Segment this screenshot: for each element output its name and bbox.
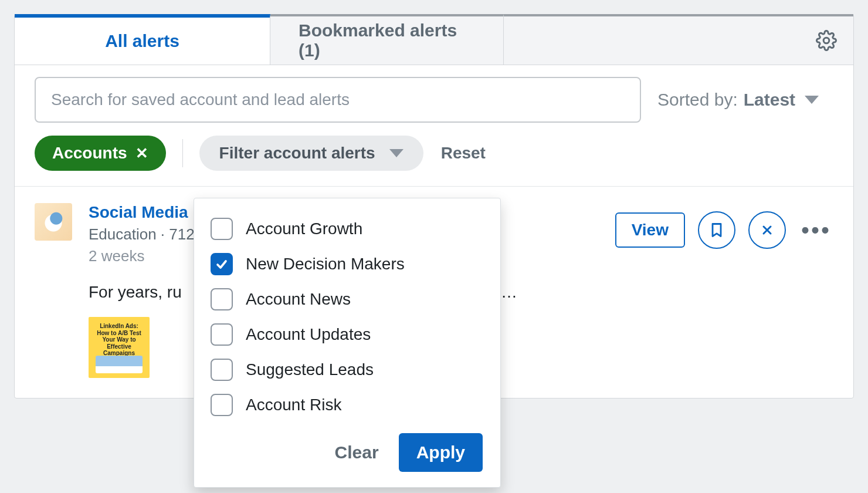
checkbox[interactable] bbox=[211, 323, 233, 346]
checkbox[interactable] bbox=[211, 218, 233, 240]
thumb-line: LinkedIn Ads: bbox=[93, 323, 145, 330]
filter-option-label: Account News bbox=[246, 290, 351, 309]
chevron-down-icon bbox=[805, 96, 819, 104]
filter-option[interactable]: Account Growth bbox=[194, 211, 500, 246]
filter-option[interactable]: Account Risk bbox=[194, 387, 500, 423]
alert-thumbnail[interactable]: LinkedIn Ads: How to A/B Test Your Way t… bbox=[89, 317, 150, 378]
search-sort-row: Sorted by: Latest bbox=[15, 65, 853, 123]
tabs-spacer bbox=[504, 14, 853, 65]
reset-button[interactable]: Reset bbox=[441, 144, 486, 163]
filter-option[interactable]: Account News bbox=[194, 282, 500, 317]
checkbox[interactable] bbox=[211, 394, 233, 416]
filter-option-label: New Decision Makers bbox=[246, 255, 405, 273]
chip-filter-label: Filter account alerts bbox=[219, 144, 375, 163]
close-icon[interactable]: ✕ bbox=[135, 146, 148, 161]
sort-label: Sorted by: bbox=[657, 90, 738, 110]
tabs-row: All alerts Bookmarked alerts (1) bbox=[15, 15, 853, 65]
thumb-line: How to A/B Test bbox=[93, 330, 145, 337]
filter-option-label: Account Risk bbox=[246, 396, 341, 414]
dismiss-button[interactable] bbox=[748, 211, 786, 249]
close-icon bbox=[760, 223, 774, 237]
chevron-down-icon bbox=[389, 149, 404, 157]
filter-option[interactable]: Suggested Leads bbox=[194, 352, 500, 387]
chip-filter-account-alerts[interactable]: Filter account alerts bbox=[199, 136, 423, 171]
filter-popover: Account GrowthNew Decision MakersAccount… bbox=[194, 198, 501, 488]
filter-option-label: Account Updates bbox=[246, 325, 371, 344]
checkbox[interactable] bbox=[211, 253, 233, 275]
chip-accounts[interactable]: Accounts ✕ bbox=[35, 136, 166, 171]
sort-value: Latest bbox=[744, 90, 795, 110]
clear-button[interactable]: Clear bbox=[329, 433, 385, 472]
thumb-line: Your Way to bbox=[93, 336, 145, 343]
snippet-left: For years, ru bbox=[89, 283, 182, 301]
alert-actions: View ••• bbox=[615, 203, 833, 249]
avatar bbox=[35, 203, 72, 241]
popover-actions: Clear Apply bbox=[194, 423, 500, 475]
bookmark-button[interactable] bbox=[698, 211, 735, 249]
filter-option-label: Account Growth bbox=[246, 220, 362, 238]
search-input[interactable] bbox=[35, 77, 641, 123]
checkbox[interactable] bbox=[211, 288, 233, 310]
filter-option[interactable]: Account Updates bbox=[194, 317, 500, 352]
apply-button[interactable]: Apply bbox=[399, 433, 483, 472]
filter-option[interactable]: New Decision Makers bbox=[194, 246, 500, 282]
svg-point-0 bbox=[823, 38, 829, 43]
chip-accounts-label: Accounts bbox=[52, 144, 127, 163]
filter-chips-row: Accounts ✕ Filter account alerts Reset bbox=[15, 123, 853, 186]
tab-bookmarked-alerts[interactable]: Bookmarked alerts (1) bbox=[270, 14, 504, 65]
checkbox[interactable] bbox=[211, 359, 233, 381]
more-menu-button[interactable]: ••• bbox=[799, 218, 833, 242]
tab-all-alerts[interactable]: All alerts bbox=[15, 14, 270, 65]
alerts-panel: All alerts Bookmarked alerts (1) Sorted … bbox=[14, 14, 854, 399]
separator bbox=[182, 139, 183, 167]
bookmark-icon bbox=[708, 222, 725, 238]
thumb-line: Effective Campaigns bbox=[93, 343, 145, 357]
gear-icon[interactable] bbox=[816, 30, 837, 51]
view-button[interactable]: View bbox=[615, 212, 685, 248]
sort-dropdown[interactable]: Sorted by: Latest bbox=[657, 90, 819, 110]
filter-option-label: Suggested Leads bbox=[246, 360, 374, 379]
